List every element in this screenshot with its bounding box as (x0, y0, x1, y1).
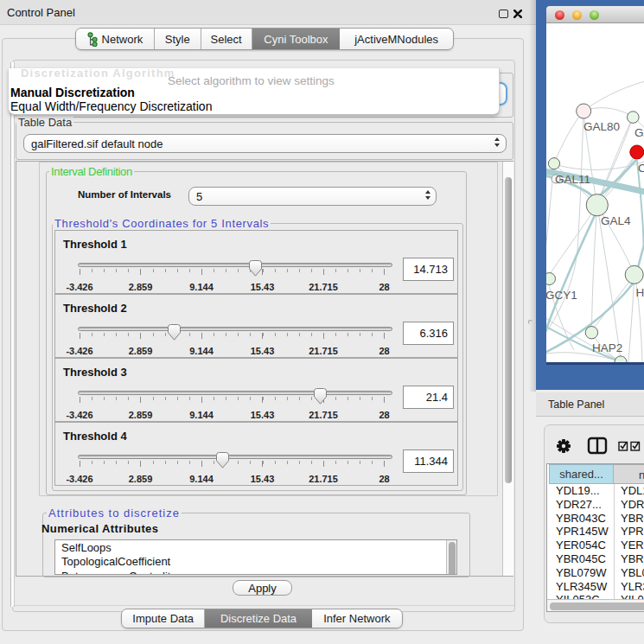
svg-text:GCY1: GCY1 (546, 289, 577, 302)
svg-text:GAL4: GAL4 (601, 214, 631, 227)
svg-text:GA: GA (634, 126, 644, 139)
svg-text:HAP2: HAP2 (592, 341, 622, 354)
svg-text:GAL11: GAL11 (555, 173, 590, 186)
svg-text:GAL80: GAL80 (583, 120, 620, 133)
svg-text:C: C (638, 162, 644, 175)
svg-text:H: H (636, 286, 644, 299)
